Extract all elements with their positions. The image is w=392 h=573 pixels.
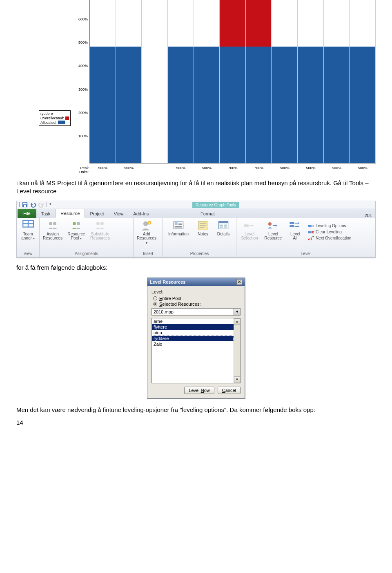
group-name-view: View (19, 251, 37, 256)
t: Level (189, 388, 200, 393)
svg-rect-25 (200, 225, 206, 226)
next-overallocation-button[interactable]: Next Overallocation (308, 236, 351, 241)
tab-view[interactable]: View (109, 210, 129, 218)
bar-slot (90, 0, 116, 163)
list-item[interactable]: nina (152, 330, 234, 336)
label: Resource Pool (68, 232, 85, 241)
clear-leveling-button[interactable]: Clear Leveling (308, 230, 351, 235)
svg-point-9 (53, 222, 56, 225)
tab-task[interactable]: Task (36, 210, 56, 218)
redo-icon[interactable] (38, 202, 44, 208)
radio-entire-pool[interactable]: Entire Pool (153, 296, 241, 301)
resource-pool-button[interactable]: Resource Pool ▾ (66, 220, 87, 241)
group-name-level: Level (239, 251, 372, 256)
legend-overallocated: Overallocated: (40, 116, 69, 121)
scroll-up-icon[interactable]: ▲ (234, 318, 240, 325)
tab-project[interactable]: Project (85, 210, 109, 218)
leveling-options-button[interactable]: Leveling Options (308, 224, 351, 228)
substitute-resources-button[interactable]: Substitute Resources (89, 220, 111, 241)
svg-rect-4 (23, 221, 28, 223)
assign-resources-button[interactable]: Assign Resources (42, 220, 63, 241)
file-tab[interactable]: File (18, 209, 36, 218)
details-button[interactable]: Details (214, 220, 232, 237)
list-item[interactable]: arne (152, 318, 234, 324)
svg-rect-18 (175, 222, 178, 225)
information-button[interactable]: Information (165, 220, 192, 237)
ytick: 100% (78, 134, 88, 138)
tab-format[interactable]: Format (196, 210, 219, 218)
list-item[interactable]: flyttere (152, 324, 234, 330)
chart-legend: ryddere Overallocated: Allocated: (39, 110, 71, 126)
list-item[interactable]: Zalo (152, 341, 234, 347)
people-green-icon (71, 220, 82, 231)
level-label: Level: (151, 289, 241, 294)
team-planner-icon (22, 220, 34, 231)
chevron-down-icon[interactable]: ▾ (234, 309, 240, 315)
ribbon-groups: Team anner ▾ View Assign Resources Resou… (17, 218, 375, 257)
bar-slot (298, 0, 324, 163)
ribbon-shadow (16, 257, 376, 259)
cancel-button[interactable]: Cancel (218, 387, 241, 394)
peak-cell: 500% (194, 163, 220, 174)
svg-rect-30 (220, 226, 223, 227)
dropdown-icon: ▾ (146, 241, 147, 245)
page-number: 14 (16, 419, 376, 426)
svg-rect-29 (220, 224, 223, 225)
label: Level All (290, 232, 300, 241)
peak-cell: 700% (246, 163, 272, 174)
svg-rect-41 (311, 237, 312, 240)
listbox-scrollbar[interactable]: ▲ ▼ (234, 318, 240, 383)
bar-allocated (350, 47, 375, 163)
bar-allocated (90, 47, 116, 163)
paragraph-3: Men det kan være nødvendig å fintune lev… (16, 406, 376, 414)
svg-point-13 (100, 222, 104, 225)
dropdown-value: 2010.mpp (152, 309, 234, 314)
svg-rect-1 (23, 202, 27, 204)
tab-resource[interactable]: Resource (55, 209, 85, 218)
svg-point-12 (96, 222, 100, 225)
add-person-icon: ✦ (141, 220, 152, 231)
list-item[interactable]: ryddere (152, 336, 234, 341)
resource-chart: ryddere Overallocated: Allocated: 700% 6… (16, 0, 376, 174)
qat-separator (47, 202, 47, 207)
notes-button[interactable]: Notes (194, 220, 212, 237)
level-resources-dialog: Level Resources ✕ Level: Entire Pool Sel… (147, 278, 245, 398)
resource-listbox[interactable]: arne flyttere nina ryddere Zalo ▲ ▼ (151, 318, 241, 383)
save-icon[interactable] (22, 202, 28, 208)
bar-allocated (298, 47, 323, 163)
group-name-insert: Insert (136, 251, 160, 256)
leveling-options-icon (308, 224, 314, 228)
level-selection-button[interactable]: Level Selection (239, 220, 260, 241)
dropdown-icon: ▾ (80, 237, 82, 240)
svg-text:✦: ✦ (148, 221, 151, 225)
radio-icon (153, 296, 157, 300)
radio-selected-resources[interactable]: Selected Resources: (153, 302, 241, 307)
page-content: ryddere Overallocated: Allocated: 700% 6… (0, 0, 392, 434)
information-icon (173, 220, 184, 231)
next-overallocation-icon (308, 236, 314, 241)
svg-point-8 (49, 222, 52, 225)
svg-rect-40 (310, 238, 310, 240)
level-now-button[interactable]: Level Now (184, 387, 214, 394)
bar-slot (220, 0, 246, 163)
label: Team anner (21, 232, 33, 241)
tab-addins[interactable]: Add-Ins (128, 210, 154, 218)
undo-icon[interactable] (30, 202, 36, 208)
svg-rect-24 (200, 223, 206, 224)
bar-allocated (220, 47, 245, 163)
add-resources-button[interactable]: ✦ Add Resources ▾ (136, 220, 157, 245)
qat-separator (19, 202, 20, 207)
team-planner-button[interactable]: Team anner ▾ (19, 220, 37, 241)
scroll-down-icon[interactable]: ▼ (234, 376, 240, 383)
svg-rect-2 (24, 205, 26, 206)
label: Add Resources (137, 232, 156, 241)
t: C (222, 388, 225, 393)
close-icon[interactable]: ✕ (236, 279, 242, 285)
t: elected Resources: (162, 302, 200, 307)
level-all-button[interactable]: Level All (286, 220, 304, 241)
svg-rect-28 (218, 221, 228, 223)
level-resource-button[interactable]: Level Resource (263, 220, 284, 241)
svg-rect-21 (175, 226, 183, 227)
project-dropdown[interactable]: 2010.mpp ▾ (151, 308, 241, 316)
qat-customize-icon[interactable]: ▾ (49, 202, 55, 208)
